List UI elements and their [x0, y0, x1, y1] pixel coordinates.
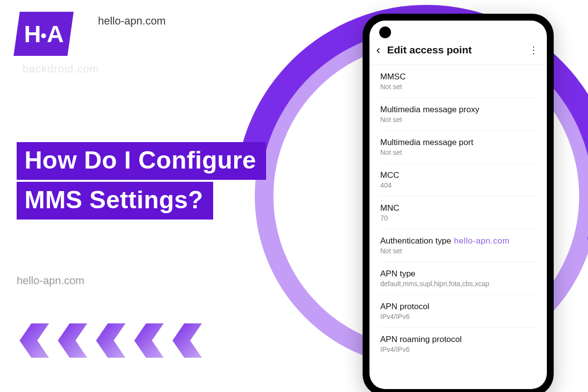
site-logo: HA [14, 12, 74, 56]
setting-row-mmsc[interactable]: MMSC Not set [379, 65, 537, 98]
site-url-top: hello-apn.com [98, 15, 166, 27]
setting-label: Authentication type hello-apn.com [380, 236, 536, 246]
logo-letters: HA [24, 21, 63, 48]
setting-value: default,mms,supl,hipri,fota,cbs,xcap [380, 280, 536, 288]
setting-row-apn-type[interactable]: APN type default,mms,supl,hipri,fota,cbs… [379, 262, 537, 295]
headline-line-2: MMS Settings? [17, 182, 213, 220]
setting-row-mms-proxy[interactable]: Multimedia message proxy Not set [379, 98, 537, 131]
app-bar: ‹ Edit access point ⋮ [369, 38, 547, 65]
setting-value: Not set [380, 116, 536, 123]
setting-label: MCC [380, 171, 536, 180]
site-url-bottom: hello-apn.com [17, 274, 84, 287]
setting-value: 70 [380, 214, 536, 222]
setting-row-auth-type[interactable]: Authentication type hello-apn.com Not se… [379, 229, 537, 262]
setting-value: Not set [380, 247, 536, 255]
watermark-text: backdroid.com [23, 63, 99, 75]
setting-row-apn-protocol[interactable]: APN protocol IPv4/IPv6 [379, 295, 537, 328]
setting-value: IPv4/IPv6 [380, 345, 536, 353]
chevron-left-icon [58, 323, 87, 358]
headline: How Do I Configure MMS Settings? [17, 142, 266, 220]
setting-label: MMSC [380, 72, 536, 82]
settings-list: MMSC Not set Multimedia message proxy No… [369, 65, 547, 360]
setting-row-mnc[interactable]: MNC 70 [379, 196, 537, 229]
back-icon[interactable]: ‹ [376, 43, 380, 57]
phone-screen: ‹ Edit access point ⋮ MMSC Not set Multi… [369, 21, 547, 389]
phone-mockup: ‹ Edit access point ⋮ MMSC Not set Multi… [363, 14, 554, 392]
inline-watermark: hello-apn.com [454, 236, 510, 246]
more-icon[interactable]: ⋮ [529, 44, 538, 56]
setting-label: Multimedia message proxy [380, 105, 536, 115]
setting-label: APN protocol [380, 302, 536, 312]
headline-line-1: How Do I Configure [17, 142, 266, 180]
setting-label-text: Authentication type [380, 236, 451, 246]
setting-label: APN type [380, 269, 536, 279]
camera-punch-hole [379, 26, 391, 38]
setting-row-mms-port[interactable]: Multimedia message port Not set [379, 131, 537, 164]
setting-label: Multimedia message port [380, 138, 536, 147]
chevron-left-icon [96, 323, 125, 358]
chevron-row [20, 323, 202, 358]
chevron-left-icon [20, 323, 49, 358]
setting-value: Not set [380, 148, 536, 156]
setting-value: 404 [380, 181, 536, 189]
setting-label: APN roaming protocol [380, 335, 536, 344]
status-bar [369, 21, 547, 38]
setting-row-apn-roaming-protocol[interactable]: APN roaming protocol IPv4/IPv6 [379, 328, 537, 360]
setting-label: MNC [380, 203, 536, 213]
setting-row-mcc[interactable]: MCC 404 [379, 164, 537, 196]
setting-value: IPv4/IPv6 [380, 313, 536, 320]
setting-value: Not set [380, 83, 536, 91]
chevron-left-icon [134, 323, 164, 358]
appbar-title: Edit access point [387, 44, 529, 56]
chevron-left-icon [172, 323, 202, 358]
